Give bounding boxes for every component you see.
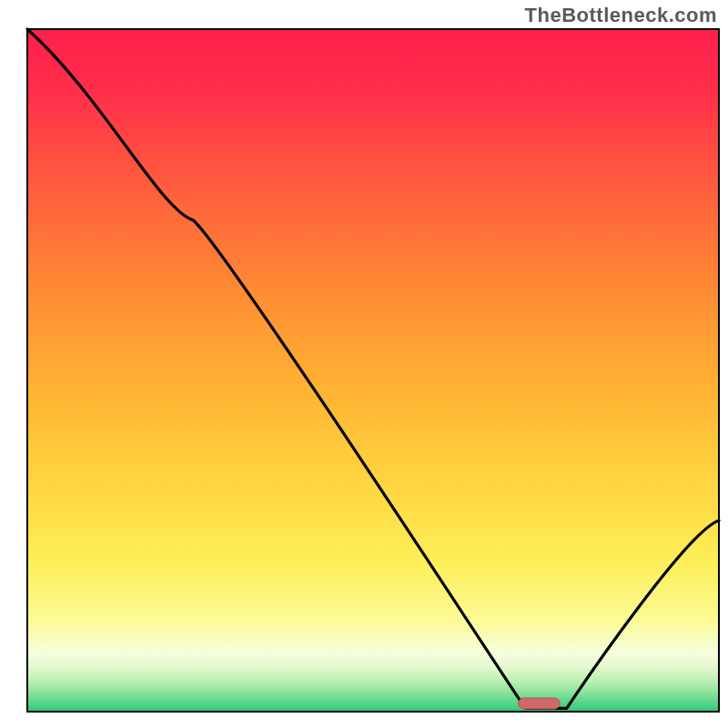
- attribution-text: TheBottleneck.com: [525, 4, 717, 27]
- chart-container: { "attribution": "TheBottleneck.com", "c…: [0, 0, 728, 728]
- bottleneck-chart: [0, 0, 728, 728]
- plot-background: [27, 29, 719, 712]
- optimal-marker: [519, 698, 561, 709]
